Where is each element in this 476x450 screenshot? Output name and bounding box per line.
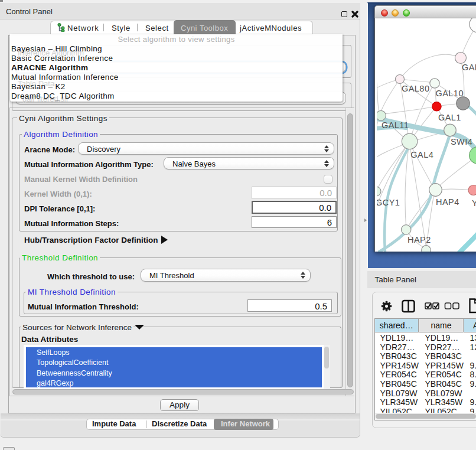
svg-text:GAL80: GAL80 [402,84,429,93]
svg-text:GAL10: GAL10 [436,89,464,98]
svg-text:GAL1: GAL1 [438,113,461,122]
svg-text:GCY1: GCY1 [377,198,400,207]
svg-text:GAL4: GAL4 [410,150,433,159]
svg-text:SWI4: SWI4 [451,137,472,146]
svg-text:Y: Y [472,198,476,208]
svg-text:HAP2: HAP2 [407,235,431,244]
svg-text:GAL2: GAL2 [462,63,476,72]
svg-text:HAP4: HAP4 [436,197,459,207]
svg-text:GAL11: GAL11 [382,120,409,130]
